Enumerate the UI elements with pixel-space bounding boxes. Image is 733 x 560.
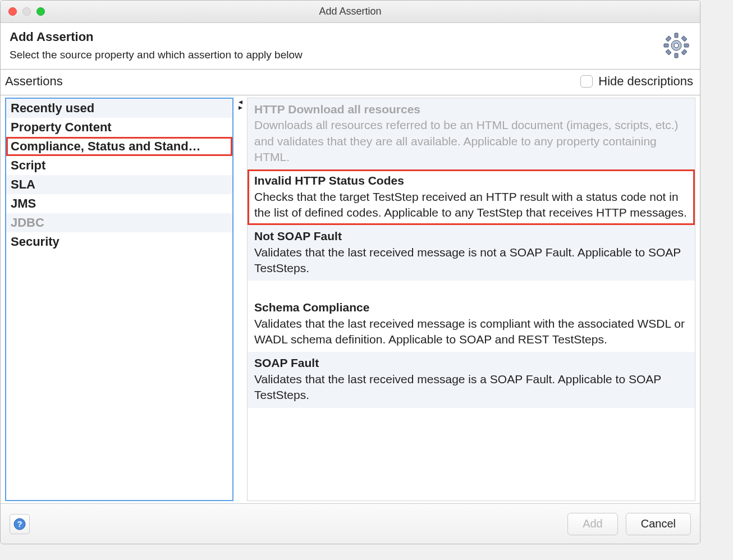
svg-text:?: ? xyxy=(17,519,22,529)
category-item[interactable]: Recently used xyxy=(6,99,232,118)
category-item[interactable]: Security xyxy=(6,232,232,251)
dialog-subtitle: Select the source property and which ass… xyxy=(10,49,662,61)
gear-icon xyxy=(662,31,691,60)
dialog-footer: ? Add Cancel xyxy=(1,503,700,544)
svg-rect-2 xyxy=(675,33,678,38)
svg-rect-8 xyxy=(666,49,671,55)
assertion-title: Schema Compliance xyxy=(254,300,688,315)
assertion-title: Invalid HTTP Status Codes xyxy=(254,173,688,189)
category-item[interactable]: Property Content xyxy=(6,118,232,137)
assertion-list[interactable]: HTTP Download all resourcesDownloads all… xyxy=(247,98,695,501)
hide-descriptions-checkbox[interactable] xyxy=(580,75,593,88)
assertion-item[interactable]: SOAP FaultValidates that the last receiv… xyxy=(248,352,695,407)
collapse-right-icon[interactable]: ▸ xyxy=(239,104,242,110)
category-list[interactable]: Recently usedProperty ContentCompliance,… xyxy=(5,98,233,501)
hide-descriptions-label: Hide descriptions xyxy=(598,74,693,89)
category-item[interactable]: JMS xyxy=(6,194,232,213)
window-title: Add Assertion xyxy=(1,6,700,17)
svg-rect-3 xyxy=(675,53,678,58)
category-item[interactable]: JDBC xyxy=(6,213,232,232)
category-item[interactable]: SLA xyxy=(6,175,232,194)
split-handle[interactable]: ◂ ▸ xyxy=(233,98,247,501)
dialog-title: Add Assertion xyxy=(10,30,662,44)
assertion-title: Not SOAP Fault xyxy=(254,228,688,244)
titlebar: Add Assertion xyxy=(1,1,700,23)
category-item[interactable]: Script xyxy=(6,156,232,175)
split-pane: Recently usedProperty ContentCompliance,… xyxy=(1,95,700,503)
help-button[interactable]: ? xyxy=(10,514,30,534)
assertion-item[interactable]: HTTP Download all resourcesDownloads all… xyxy=(248,98,695,169)
dialog-window: Add Assertion Add Assertion Select the s… xyxy=(0,0,700,544)
category-item[interactable]: Compliance, Status and Stand… xyxy=(6,137,232,156)
svg-rect-7 xyxy=(681,36,687,42)
help-icon: ? xyxy=(13,518,26,530)
dialog-header: Add Assertion Select the source property… xyxy=(1,23,700,70)
svg-rect-6 xyxy=(666,36,671,42)
assertion-description: Validates that the last received message… xyxy=(254,316,688,348)
svg-rect-9 xyxy=(681,49,687,55)
assertion-item[interactable]: Schema ComplianceValidates that the last… xyxy=(248,296,695,352)
assertion-description: Validates that the last received message… xyxy=(254,245,688,277)
section-label: Assertions xyxy=(5,74,580,89)
assertion-description: Checks that the target TestStep received… xyxy=(254,189,688,221)
assertion-title: SOAP Fault xyxy=(254,355,688,371)
assertion-item[interactable]: Not SOAP FaultValidates that the last re… xyxy=(248,225,695,281)
assertion-item[interactable]: Invalid HTTP Status CodesChecks that the… xyxy=(248,169,695,225)
assertion-title: HTTP Download all resources xyxy=(254,102,688,117)
svg-point-1 xyxy=(674,43,679,48)
svg-rect-5 xyxy=(684,44,689,47)
assertion-description: Downloads all resources referred to be a… xyxy=(254,117,688,165)
add-button[interactable]: Add xyxy=(567,513,618,535)
svg-rect-4 xyxy=(664,44,668,47)
section-header: Assertions Hide descriptions xyxy=(1,70,700,95)
assertion-description: Validates that the last received message… xyxy=(254,371,688,403)
cancel-button[interactable]: Cancel xyxy=(626,513,691,535)
